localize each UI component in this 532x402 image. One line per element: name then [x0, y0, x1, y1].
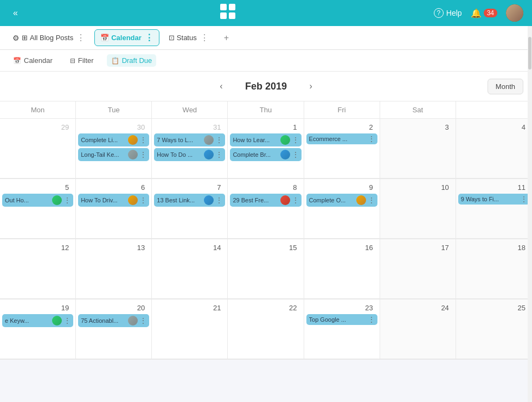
scrollbar-track	[528, 26, 532, 402]
help-label: Help	[446, 9, 462, 17]
help-button[interactable]: ? Help	[434, 8, 462, 18]
add-icon: +	[224, 33, 229, 43]
filter-icon: ⊟	[70, 57, 75, 65]
event-longtail-ke[interactable]: Long-Tail Ke... ⋮	[78, 148, 149, 161]
event-outho[interactable]: Out Ho... ⋮	[2, 194, 73, 207]
cell-feb4: + 4	[456, 119, 532, 178]
day-wed: Wed	[152, 101, 228, 118]
cell-feb21: +21	[152, 299, 228, 359]
next-month-btn[interactable]: ›	[305, 79, 317, 93]
event-keyw[interactable]: e Keyw... ⋮	[2, 314, 73, 327]
cell-feb11: + 11 9 Ways to Fi... ⋮	[456, 179, 532, 239]
status-view-btn[interactable]: ⊡ Status ⋮	[163, 29, 215, 46]
day-thu: Thu	[228, 101, 304, 118]
status-icon: ⊡	[169, 34, 175, 42]
event-75actionabl[interactable]: 75 Actionabl... ⋮	[78, 314, 149, 327]
event-completeo[interactable]: Complete O... ⋮	[306, 194, 377, 207]
cell-feb2: + 2 Ecommerce ... ⋮	[304, 119, 380, 178]
draft-due-sub-btn[interactable]: 📋 Draft Due	[107, 54, 157, 67]
cell-feb9: + 9 Complete O... ⋮	[304, 179, 380, 239]
prev-month-btn[interactable]: ‹	[215, 79, 227, 93]
event-avatar-5	[280, 135, 290, 145]
week-row-2: + 5 Out Ho... ⋮ + 6 How To Driv... ⋮	[0, 179, 532, 239]
calendar-view-btn[interactable]: 📅 Calendar ⋮	[94, 29, 159, 46]
cell-feb17: +17	[380, 239, 456, 299]
event-avatar-7	[52, 195, 62, 205]
cell-feb23: +23 Top Google ... ⋮	[304, 299, 380, 359]
event-avatar-13	[128, 316, 138, 326]
cell-feb1: + 1 How to Lear... ⋮ Complete Br... ⋮	[228, 119, 304, 178]
cell-feb3: + 3	[380, 119, 456, 178]
help-circle-icon: ?	[434, 8, 444, 18]
cell-jan31: + 31 7 Ways to L... ⋮ How To Do ... ⋮	[152, 119, 228, 178]
event-complete-li[interactable]: Complete Li... ⋮	[78, 133, 149, 146]
calendar-dots[interactable]: ⋮	[145, 33, 153, 43]
nav-back-btn[interactable]: «	[9, 6, 22, 20]
day-sat: Sat	[380, 101, 456, 118]
cell-feb13: +13	[76, 239, 152, 299]
event-howtodo[interactable]: How To Do ... ⋮	[154, 148, 225, 161]
event-howtodrive[interactable]: How To Driv... ⋮	[78, 194, 149, 207]
event-13bestlink[interactable]: 13 Best Link... ⋮	[154, 194, 225, 207]
add-view-btn[interactable]: +	[218, 30, 235, 46]
svg-rect-3	[229, 12, 235, 19]
cell-feb6: + 6 How To Driv... ⋮	[76, 179, 152, 239]
month-view-btn[interactable]: Month	[488, 79, 523, 94]
cell-jan30: + 30 Complete Li... ⋮ Long-Tail Ke... ⋮	[76, 119, 152, 178]
calendar-icon: 📅	[100, 34, 109, 42]
event-avatar-10	[280, 195, 290, 205]
sub-toolbar: 📅 Calendar ⊟ Filter 📋 Draft Due	[0, 50, 532, 72]
user-avatar[interactable]	[506, 4, 523, 22]
cell-feb5: + 5 Out Ho... ⋮	[0, 179, 76, 239]
event-ecommerce[interactable]: Ecommerce ... ⋮	[306, 133, 377, 144]
cell-feb24: +24	[380, 299, 456, 359]
cell-feb22: +22	[228, 299, 304, 359]
cell-feb20: +20 75 Actionabl... ⋮	[76, 299, 152, 359]
grid-icon: ⊞	[22, 34, 28, 42]
all-blog-posts-dots[interactable]: ⋮	[76, 33, 85, 43]
svg-rect-1	[229, 4, 235, 10]
status-dots[interactable]: ⋮	[200, 33, 209, 43]
event-7ways[interactable]: 7 Ways to L... ⋮	[154, 133, 225, 146]
calendar-navigation: ‹ Feb 2019 ›	[215, 79, 317, 93]
event-29bestfre[interactable]: 29 Best Fre... ⋮	[230, 194, 301, 207]
all-blog-posts-label: All Blog Posts	[30, 34, 73, 42]
event-9waystofi[interactable]: 9 Ways to Fi... ⋮	[458, 194, 530, 205]
nav-right: ? Help 🔔 34	[434, 4, 523, 22]
cell-feb19: +19 e Keyw... ⋮	[0, 299, 76, 359]
cell-feb15: +15	[228, 239, 304, 299]
event-avatar-6	[280, 150, 290, 159]
day-mon: Mon	[0, 101, 76, 118]
filter-sub-label: Filter	[78, 56, 94, 65]
svg-rect-2	[220, 12, 227, 19]
cell-feb18: +18	[456, 239, 532, 299]
event-avatar-4	[204, 150, 214, 159]
settings-icon: ⚙	[12, 34, 20, 42]
cell-feb8: + 8 29 Best Fre... ⋮	[228, 179, 304, 239]
cell-feb16: +16	[304, 239, 380, 299]
event-avatar-12	[52, 316, 62, 326]
logo-area	[218, 2, 238, 24]
calendar-sub-btn[interactable]: 📅 Calendar	[9, 54, 57, 67]
scrollbar-thumb[interactable]	[528, 37, 531, 69]
event-topgoogle[interactable]: Top Google ... ⋮	[306, 314, 377, 325]
draft-due-icon: 📋	[111, 57, 119, 65]
avatar-image	[506, 4, 523, 22]
event-avatar-3	[204, 135, 214, 145]
notifications-button[interactable]: 🔔 34	[471, 8, 497, 18]
cell-feb25: +25	[456, 299, 532, 359]
cell-feb14: +14	[152, 239, 228, 299]
week-row-4: +19 e Keyw... ⋮ +20 75 Actionabl... ⋮ +2…	[0, 299, 532, 360]
cell-feb7: + 7 13 Best Link... ⋮	[152, 179, 228, 239]
event-howtolearn[interactable]: How to Lear... ⋮	[230, 133, 301, 146]
status-label: Status	[177, 34, 197, 42]
calendar-title: Feb 2019	[234, 81, 299, 92]
day-headers: Mon Tue Wed Thu Fri Sat	[0, 101, 532, 119]
event-completebr[interactable]: Complete Br... ⋮	[230, 148, 301, 161]
day-tue: Tue	[76, 101, 152, 118]
app-logo	[218, 2, 238, 24]
draft-due-label: Draft Due	[122, 56, 152, 65]
filter-sub-btn[interactable]: ⊟ Filter	[66, 54, 98, 67]
all-blog-posts-btn[interactable]: ⚙ ⊞ All Blog Posts ⋮	[7, 29, 91, 46]
event-avatar-11	[356, 195, 366, 205]
